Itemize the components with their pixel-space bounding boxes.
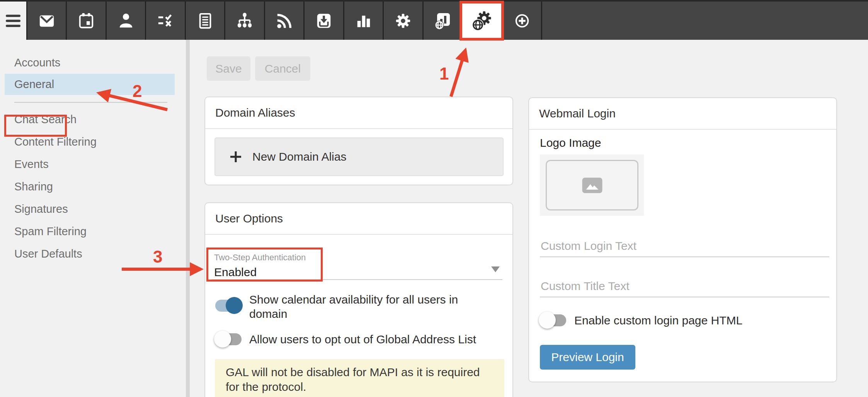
notes-icon: [196, 12, 214, 30]
toolbar-item-domain-settings-active[interactable]: [460, 1, 504, 41]
calendar-icon: [77, 12, 95, 30]
toolbar-item-domain-reports[interactable]: [422, 2, 462, 40]
sidebar-item-sharing[interactable]: Sharing: [0, 175, 182, 198]
plus-icon: [229, 150, 242, 163]
sidebar-item-events[interactable]: Events: [0, 153, 182, 175]
sidebar-item-user-defaults[interactable]: User Defaults: [0, 243, 182, 265]
toolbar-item-org-chart[interactable]: [224, 2, 264, 40]
toolbar-item-reports[interactable]: [343, 2, 383, 40]
top-toolbar: [0, 0, 868, 40]
domain-aliases-title: Domain Aliases: [205, 97, 512, 129]
sidebar-splitter[interactable]: [186, 40, 190, 397]
new-domain-alias-button[interactable]: New Domain Alias: [214, 137, 504, 176]
file-storage-icon: [315, 12, 333, 30]
sidebar-divider: [14, 102, 167, 103]
sidebar-item-general-selected[interactable]: General: [5, 74, 175, 95]
rss-feeds-icon: [276, 12, 293, 30]
gal-opt-out-label: Allow users to opt out of Global Address…: [249, 332, 504, 346]
gal-opt-out-toggle[interactable]: [215, 333, 242, 345]
mail-icon: [38, 12, 56, 30]
webmail-login-card: Webmail Login Logo Image Enable custom l…: [528, 97, 837, 382]
domain-reports-icon: [434, 12, 452, 30]
add-icon: [513, 12, 531, 30]
two-step-label: Two-Step Authentication: [214, 253, 306, 263]
logo-dropzone[interactable]: [546, 160, 638, 210]
sidebar-item-chat-search[interactable]: Chat Search: [0, 108, 182, 131]
settings-icon: [394, 12, 412, 30]
toolbar-item-mail[interactable]: [26, 2, 66, 40]
menu-icon: [6, 12, 20, 30]
settings-sidebar: Accounts General Chat Search Content Fil…: [0, 40, 186, 397]
two-step-dropdown[interactable]: Two-Step Authentication Enabled: [214, 253, 306, 279]
sidebar-item-spam-filtering[interactable]: Spam Filtering: [0, 220, 182, 243]
annotation-arrow-1: [451, 50, 465, 97]
save-button[interactable]: Save: [207, 56, 250, 81]
calendar-availability-label: Show calendar availability for all users…: [249, 292, 497, 321]
gal-mapi-notice: GAL will not be disabled for MAPI as it …: [215, 359, 504, 397]
logo-image-label: Logo Image: [540, 136, 601, 149]
tasks-icon: [157, 12, 174, 30]
annotation-number-1: 1: [439, 64, 449, 83]
toolbar-item-settings[interactable]: [383, 2, 422, 40]
logo-upload-area[interactable]: [540, 154, 644, 216]
user-options-title: User Options: [205, 203, 512, 235]
toolbar-separator: [541, 2, 542, 40]
two-step-value: Enabled: [214, 266, 306, 279]
toolbar-item-contacts[interactable]: [106, 2, 145, 40]
cancel-button[interactable]: Cancel: [255, 56, 310, 81]
image-placeholder-icon: [582, 178, 602, 193]
domain-settings-icon: [471, 10, 493, 32]
preview-login-button[interactable]: Preview Login: [540, 345, 635, 370]
reports-icon: [355, 12, 373, 30]
new-domain-alias-label: New Domain Alias: [252, 150, 346, 163]
toolbar-item-add[interactable]: [502, 2, 541, 40]
sidebar-item-accounts[interactable]: Accounts: [0, 51, 182, 74]
sidebar-item-content-filtering[interactable]: Content Filtering: [0, 131, 182, 153]
custom-login-text-input[interactable]: [540, 236, 829, 257]
custom-login-html-label: Enable custom login page HTML: [574, 313, 791, 327]
custom-title-text-input[interactable]: [540, 276, 829, 297]
chevron-down-icon[interactable]: [491, 266, 500, 272]
domain-settings-page: Accounts General Chat Search Content Fil…: [0, 0, 868, 397]
toolbar-item-file-storage[interactable]: [303, 2, 343, 40]
toolbar-item-tasks[interactable]: [145, 2, 185, 40]
toolbar-item-calendar[interactable]: [66, 2, 106, 40]
contacts-icon: [117, 12, 135, 30]
domain-aliases-card: Domain Aliases New Domain Alias: [204, 97, 513, 185]
org-chart-icon: [236, 12, 254, 30]
toolbar-item-notes[interactable]: [185, 2, 225, 40]
calendar-availability-toggle[interactable]: [215, 300, 242, 312]
two-step-underline: [211, 279, 502, 280]
menu-toggle-button[interactable]: [0, 2, 26, 40]
toolbar-item-rss-feeds[interactable]: [264, 2, 304, 40]
custom-login-html-toggle[interactable]: [540, 314, 566, 326]
sidebar-item-signatures[interactable]: Signatures: [0, 198, 182, 220]
user-options-card: User Options Two-Step Authentication Ena…: [204, 202, 513, 397]
webmail-login-title: Webmail Login: [529, 98, 836, 130]
